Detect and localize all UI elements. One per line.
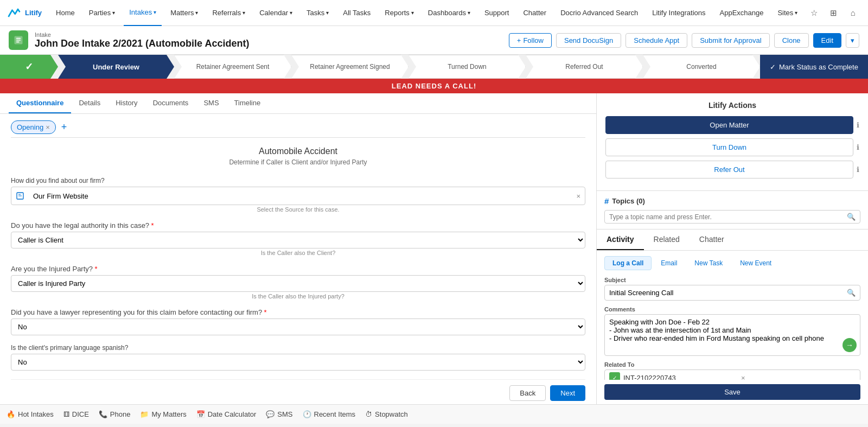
comments-textarea[interactable]: Speaking with Jon Doe - Feb 22 - John wa… bbox=[609, 318, 856, 350]
status-step-referred-out[interactable]: Referred Out bbox=[526, 55, 643, 79]
status-step-retainer-sent[interactable]: Retainer Agreement Sent bbox=[174, 55, 291, 79]
subject-input[interactable] bbox=[609, 289, 847, 297]
add-section-tab[interactable]: + bbox=[58, 122, 71, 133]
status-step-retainer-signed[interactable]: Retainer Agreement Signed bbox=[291, 55, 409, 79]
nav-parties[interactable]: Parties ▾ bbox=[84, 0, 120, 26]
clone-button[interactable]: Clone bbox=[774, 33, 809, 48]
bottom-recent-items[interactable]: 🕐 Recent Items bbox=[303, 410, 356, 418]
status-step-converted[interactable]: Converted bbox=[643, 55, 760, 79]
nav-support[interactable]: Support bbox=[479, 0, 515, 26]
status-step-turned-down[interactable]: Turned Down bbox=[409, 55, 526, 79]
related-to-clear[interactable]: × bbox=[741, 374, 856, 380]
nav-matters[interactable]: Matters ▾ bbox=[165, 0, 203, 26]
question-icon[interactable]: ? bbox=[865, 5, 868, 21]
nav-sites[interactable]: Sites ▾ bbox=[772, 0, 803, 26]
sub-tab-log-call[interactable]: Log a Call bbox=[604, 256, 652, 270]
form-title: Automobile Accident bbox=[11, 146, 585, 156]
record-title: John Doe Intake 2/2021 (Automobile Accid… bbox=[35, 38, 502, 49]
bottom-hot-intakes[interactable]: 🔥 Hot Intakes bbox=[7, 410, 54, 418]
related-to-value: INT-2102220743 bbox=[623, 374, 738, 380]
bottom-dice[interactable]: ⚅ DICE bbox=[63, 410, 89, 418]
tab-history[interactable]: History bbox=[108, 93, 145, 113]
record-actions: +Follow Send DocuSign Schedule Appt Subm… bbox=[509, 33, 859, 48]
nav-dashboards[interactable]: Dashboards ▾ bbox=[423, 0, 476, 26]
open-matter-info[interactable]: ℹ bbox=[857, 121, 859, 129]
sub-tab-new-task[interactable]: New Task bbox=[686, 256, 731, 270]
fire-icon: 🔥 bbox=[7, 410, 15, 418]
activity-tabs: Activity Related Chatter bbox=[597, 230, 868, 251]
source-icon bbox=[11, 187, 29, 205]
nav-all-tasks[interactable]: All Tasks bbox=[337, 0, 376, 26]
nav-litify-integrations[interactable]: Litify Integrations bbox=[647, 0, 711, 26]
topics-input[interactable] bbox=[609, 213, 847, 221]
nav-chatter[interactable]: Chatter bbox=[518, 0, 552, 26]
subject-row: Subject 🔍 bbox=[604, 277, 860, 301]
sub-tab-new-event[interactable]: New Event bbox=[732, 256, 780, 270]
bottom-my-matters[interactable]: 📁 My Matters bbox=[140, 410, 186, 418]
tab-sms[interactable]: SMS bbox=[196, 93, 226, 113]
spanish-select[interactable]: No bbox=[11, 354, 585, 371]
refer-out-button[interactable]: Refer Out bbox=[605, 161, 853, 179]
back-button[interactable]: Back bbox=[509, 385, 546, 401]
nav-home[interactable]: Home bbox=[50, 0, 80, 26]
turn-down-button[interactable]: Turn Down bbox=[605, 138, 853, 156]
injured-party-select[interactable]: Caller is Injured Party bbox=[11, 275, 585, 292]
mark-status-complete-button[interactable]: ✓Mark Status as Complete bbox=[760, 55, 868, 79]
refer-out-info[interactable]: ℹ bbox=[857, 165, 859, 174]
nav-appexchange[interactable]: AppExchange bbox=[714, 0, 769, 26]
close-section-tab[interactable]: × bbox=[46, 123, 50, 131]
prior-lawyer-select[interactable]: No bbox=[11, 318, 585, 335]
bottom-date-calculator[interactable]: 📅 Date Calculator bbox=[196, 410, 257, 418]
next-button[interactable]: Next bbox=[550, 385, 585, 401]
nav-reports[interactable]: Reports ▾ bbox=[379, 0, 419, 26]
activity-tab-related[interactable]: Related bbox=[644, 230, 690, 250]
field-injured-party: Are you the Injured Party? * Caller is I… bbox=[11, 265, 585, 299]
tab-documents[interactable]: Documents bbox=[145, 93, 196, 113]
tab-questionnaire[interactable]: Questionnaire bbox=[9, 93, 71, 113]
status-step-check[interactable]: ✓ bbox=[0, 55, 58, 79]
field-prior-lawyer-label: Did you have a lawyer representing you f… bbox=[11, 308, 585, 316]
follow-button[interactable]: +Follow bbox=[509, 33, 552, 48]
home-icon[interactable]: ⌂ bbox=[845, 5, 860, 21]
tab-details[interactable]: Details bbox=[71, 93, 108, 113]
section-tab-opening[interactable]: Opening × bbox=[11, 120, 56, 134]
folder-icon: 📁 bbox=[140, 410, 149, 418]
status-step-under-review[interactable]: Under Review bbox=[58, 55, 174, 79]
save-button[interactable]: Save bbox=[604, 384, 860, 400]
star-icon[interactable]: ☆ bbox=[806, 5, 821, 21]
open-matter-button[interactable]: Open Matter bbox=[605, 116, 853, 134]
tab-timeline[interactable]: Timeline bbox=[227, 93, 269, 113]
bottom-sms[interactable]: 💬 SMS bbox=[266, 410, 292, 418]
send-button[interactable]: → bbox=[843, 338, 857, 352]
send-docusign-button[interactable]: Send DocuSign bbox=[556, 33, 621, 48]
nav-docrio[interactable]: Docrio Advanced Search bbox=[555, 0, 643, 26]
app-logo[interactable]: Litify bbox=[7, 5, 42, 21]
nav-tasks[interactable]: Tasks ▾ bbox=[301, 0, 334, 26]
field-injured-party-label: Are you the Injured Party? * bbox=[11, 265, 585, 273]
submit-approval-button[interactable]: Submit for Approval bbox=[692, 33, 769, 48]
activity-tab-chatter[interactable]: Chatter bbox=[690, 230, 734, 250]
bottom-phone[interactable]: 📞 Phone bbox=[99, 410, 131, 418]
source-clear[interactable]: × bbox=[572, 192, 585, 200]
bottom-stopwatch[interactable]: ⏱ Stopwatch bbox=[365, 410, 408, 418]
turn-down-row: Turn Down ℹ bbox=[605, 138, 859, 156]
sub-tab-email[interactable]: Email bbox=[653, 256, 685, 270]
activity-tab-activity[interactable]: Activity bbox=[597, 230, 644, 250]
turn-down-info[interactable]: ℹ bbox=[857, 143, 859, 151]
related-to-row: ✓ INT-2102220743 × bbox=[604, 369, 860, 380]
source-input[interactable] bbox=[29, 189, 572, 203]
schedule-appt-button[interactable]: Schedule Appt bbox=[626, 33, 687, 48]
left-panel: Questionnaire Details History Documents … bbox=[0, 93, 597, 404]
right-panel: Litify Actions Open Matter ℹ Turn Down ℹ… bbox=[597, 93, 868, 404]
nav-referrals[interactable]: Referrals ▾ bbox=[207, 0, 251, 26]
nav-intakes[interactable]: Intakes ▾ bbox=[124, 0, 162, 26]
questionnaire-content: Opening × + Automobile Accident Determin… bbox=[0, 114, 596, 404]
form-nav-buttons: Back Next bbox=[11, 379, 585, 404]
legal-authority-select[interactable]: Caller is Client bbox=[11, 232, 585, 248]
grid-icon[interactable]: ⊞ bbox=[826, 5, 841, 21]
field-source-row: × bbox=[11, 187, 585, 205]
subject-search-icon: 🔍 bbox=[847, 289, 856, 297]
nav-calendar[interactable]: Calendar ▾ bbox=[254, 0, 298, 26]
edit-button[interactable]: Edit bbox=[813, 33, 841, 48]
record-dropdown-button[interactable]: ▾ bbox=[846, 33, 859, 48]
